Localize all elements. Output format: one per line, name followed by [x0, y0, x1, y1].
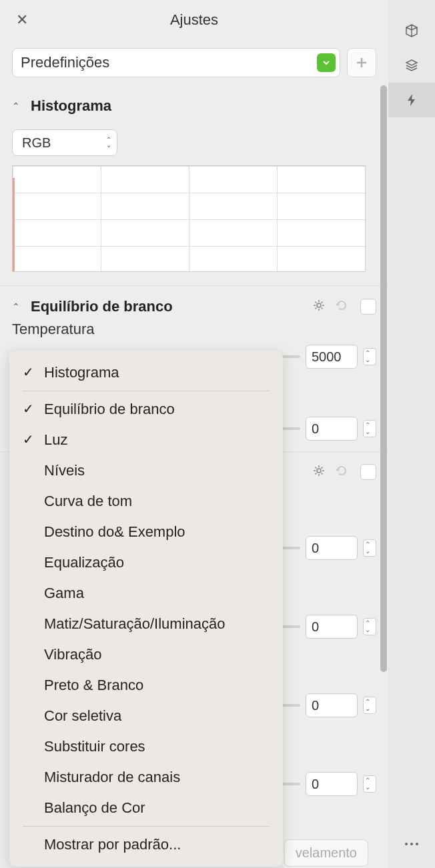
- panel-header: ✕ Ajustes: [0, 0, 388, 40]
- scrollbar[interactable]: [379, 85, 388, 679]
- temperature-input[interactable]: 5000: [306, 345, 358, 369]
- menu-item-label: Equilíbrio de branco: [44, 401, 175, 417]
- add-preset-button[interactable]: [347, 48, 376, 77]
- check-icon: ✓: [23, 364, 34, 380]
- value-stepper[interactable]: ⌃⌄: [363, 775, 376, 793]
- flash-icon[interactable]: [388, 83, 435, 117]
- section-title-white-balance: Equilíbrio de branco: [31, 298, 306, 315]
- menu-item[interactable]: ✓Histograma: [9, 357, 283, 388]
- stepper-icon: ⌃⌄: [106, 137, 111, 148]
- menu-item-label: Luz: [44, 431, 67, 448]
- menu-item-label: Curva de tom: [44, 493, 132, 509]
- gear-icon[interactable]: [312, 464, 326, 480]
- panel-title: Ajustes: [13, 11, 375, 29]
- more-icon[interactable]: [388, 827, 435, 861]
- section-histogram: ⌃ Histograma RGB ⌃⌄: [0, 85, 388, 279]
- value-input[interactable]: 0: [306, 772, 358, 796]
- menu-item[interactable]: ✓Luz: [9, 425, 283, 455]
- menu-item-label: Preto & Branco: [44, 677, 143, 693]
- menu-item-label: Gama: [44, 585, 84, 601]
- section-title-histogram: Histograma: [31, 97, 376, 115]
- svg-point-3: [410, 843, 413, 845]
- menu-item[interactable]: Substituir cores: [9, 731, 283, 762]
- svg-point-2: [405, 843, 408, 845]
- side-rail: [388, 0, 435, 868]
- temperature-stepper[interactable]: ⌃⌄: [363, 348, 376, 365]
- layers-icon[interactable]: [388, 48, 435, 83]
- temperature-label: Temperatura: [12, 321, 376, 338]
- menu-item[interactable]: Curva de tom: [9, 486, 283, 517]
- presets-row: Predefinições: [0, 40, 388, 85]
- chevron-up-icon: ⌃: [12, 301, 24, 312]
- svg-point-0: [317, 303, 321, 307]
- chevron-up-icon: ⌃: [12, 101, 24, 111]
- value-stepper[interactable]: ⌃⌄: [363, 618, 376, 635]
- menu-item[interactable]: Equalização: [9, 547, 283, 578]
- menu-item-label: Cor seletiva: [44, 707, 121, 724]
- svg-point-1: [317, 469, 321, 473]
- presets-dropdown[interactable]: Predefinições: [12, 48, 340, 77]
- menu-item[interactable]: Gama: [9, 578, 283, 609]
- value-input[interactable]: 0: [306, 615, 358, 639]
- menu-separator: [23, 826, 270, 827]
- menu-item[interactable]: ✓Equilíbrio de branco: [9, 394, 283, 425]
- menu-item[interactable]: Preto & Branco: [9, 670, 283, 701]
- presets-label: Predefinições: [21, 54, 109, 71]
- svg-point-4: [416, 843, 418, 845]
- value-input[interactable]: 0: [306, 536, 358, 560]
- section-toggle[interactable]: [360, 464, 376, 480]
- scrollbar-thumb[interactable]: [380, 85, 387, 672]
- menu-item[interactable]: Destino do& Exemplo: [9, 517, 283, 547]
- menu-item-label: Misturador de canais: [44, 769, 180, 785]
- value-input[interactable]: 0: [306, 693, 358, 717]
- tint-stepper[interactable]: ⌃⌄: [363, 420, 376, 437]
- channel-select[interactable]: RGB ⌃⌄: [12, 129, 117, 156]
- section-toggle[interactable]: [360, 299, 376, 315]
- histogram-red-bar: [13, 178, 15, 271]
- menu-item[interactable]: Matiz/Saturação/Iluminação: [9, 609, 283, 639]
- check-icon: ✓: [23, 431, 34, 447]
- value-stepper[interactable]: ⌃⌄: [363, 539, 376, 557]
- menu-item[interactable]: Misturador de canais: [9, 762, 283, 793]
- gear-icon[interactable]: [312, 299, 326, 315]
- value-stepper[interactable]: ⌃⌄: [363, 697, 376, 714]
- menu-item-label: Destino do& Exemplo: [44, 523, 185, 540]
- menu-item-label: Níveis: [44, 462, 85, 479]
- menu-item[interactable]: Níveis: [9, 455, 283, 486]
- cube-icon[interactable]: [388, 13, 435, 48]
- menu-item-label: Vibração: [44, 646, 101, 663]
- section-header-histogram[interactable]: ⌃ Histograma: [12, 92, 376, 120]
- menu-item-label: Substituir cores: [44, 738, 145, 755]
- channel-label: RGB: [22, 135, 51, 151]
- menu-item-label: Matiz/Saturação/Iluminação: [44, 615, 225, 632]
- bottom-partial-button[interactable]: velamento: [284, 839, 368, 867]
- menu-separator: [23, 391, 270, 391]
- close-icon[interactable]: ✕: [16, 11, 28, 29]
- context-menu: ✓Histograma✓Equilíbrio de branco✓LuzNíve…: [9, 351, 283, 867]
- adjustments-panel: ✕ Ajustes Predefinições ⌃ Histograma RGB: [0, 0, 388, 868]
- menu-item[interactable]: Vibração: [9, 639, 283, 670]
- tint-input[interactable]: 0: [306, 417, 358, 441]
- menu-item-label: Equalização: [44, 554, 124, 571]
- menu-item-show-default[interactable]: Mostrar por padrão...: [9, 829, 283, 860]
- chevron-down-icon: [317, 53, 336, 72]
- menu-item[interactable]: Balanço de Cor: [9, 793, 283, 823]
- reset-icon[interactable]: [335, 464, 348, 480]
- menu-item-label: Histograma: [44, 364, 119, 381]
- histogram-display: [12, 165, 366, 272]
- menu-item-label: Balanço de Cor: [44, 799, 145, 816]
- section-header-white-balance[interactable]: ⌃ Equilíbrio de branco: [12, 293, 376, 321]
- reset-icon[interactable]: [335, 299, 348, 315]
- check-icon: ✓: [23, 401, 34, 417]
- menu-item[interactable]: Cor seletiva: [9, 701, 283, 731]
